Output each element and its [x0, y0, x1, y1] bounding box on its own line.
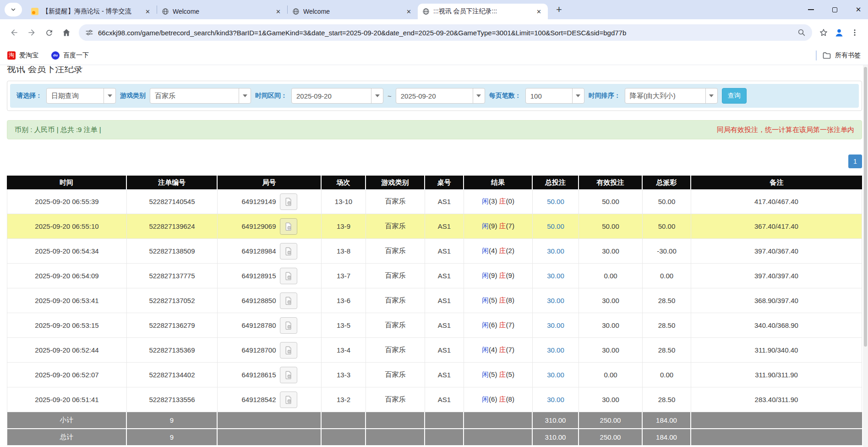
cell-note: 283.40/311.90 — [691, 387, 862, 412]
cell-round-id: 649128780 — [218, 313, 322, 338]
game-kind-select[interactable]: 百家乐 — [150, 88, 251, 104]
banker-label: 庄 — [499, 247, 506, 254]
video-replay-button[interactable] — [280, 292, 297, 309]
chevron-down-icon[interactable] — [473, 88, 485, 103]
tab-welcome-2[interactable]: Welcome ✕ — [288, 4, 418, 19]
close-icon[interactable]: ✕ — [535, 7, 543, 16]
chevron-down-icon[interactable] — [371, 88, 383, 103]
search-button[interactable]: 查询 — [722, 88, 747, 104]
page-content: 视讯 会员下注纪录 请选择： 日期查询 游戏类别 百家乐 时间区间： 2025-… — [0, 66, 868, 446]
cell-table-no: AS1 — [425, 189, 464, 214]
back-button[interactable] — [5, 24, 23, 41]
cell-time: 2025-09-20 06:53:15 — [7, 313, 127, 338]
video-replay-button[interactable] — [280, 342, 297, 359]
window-maximize-button[interactable] — [829, 4, 841, 16]
footer-label: 总计 — [7, 429, 127, 446]
player-label: 闲 — [482, 197, 489, 205]
footer-valid-bet: 250.00 — [579, 412, 643, 429]
banker-score: (9) — [506, 271, 514, 279]
forward-button[interactable] — [23, 24, 40, 41]
chevron-down-icon[interactable] — [572, 88, 584, 103]
site-settings-icon[interactable] — [85, 28, 93, 37]
tab-title: 【新提醒】海燕论坛 - 博学交流 — [42, 7, 140, 16]
pagination-page-1[interactable]: 1 — [848, 155, 862, 168]
bookmarks-divider — [816, 50, 817, 61]
footer-empty — [322, 429, 366, 446]
cell-note: 311.90/311.90 — [691, 363, 862, 387]
page-title: 视讯 会员下注纪录 — [7, 66, 862, 75]
total-bet-link[interactable]: 30.00 — [547, 297, 564, 304]
cell-note: 368.90/397.40 — [691, 288, 862, 313]
banker-label: 庄 — [499, 395, 506, 403]
tab-bet-records-active[interactable]: :::视讯 会员下注纪录::: ✕ — [418, 4, 548, 19]
footer-payout: 184.00 — [643, 429, 691, 446]
tab-forum[interactable]: 【新提醒】海燕论坛 - 博学交流 ✕ — [27, 4, 157, 19]
chevron-down-icon[interactable] — [705, 88, 717, 103]
scrollbar-thumb[interactable] — [864, 67, 867, 347]
total-bet-link[interactable]: 50.00 — [547, 198, 564, 205]
chevron-down-icon[interactable] — [239, 88, 251, 103]
window-close-button[interactable]: ✕ — [852, 4, 864, 16]
query-type-select[interactable]: 日期查询 — [46, 88, 116, 104]
page-scrollbar[interactable] — [863, 65, 868, 447]
col-bet-id: 注单编号 — [127, 176, 218, 189]
cell-total-bet: 30.00 — [533, 264, 579, 288]
total-bet-link[interactable]: 50.00 — [547, 222, 564, 230]
cell-result: 闲(4) 庄(7) — [464, 338, 533, 363]
total-bet-link[interactable]: 30.00 — [547, 272, 564, 280]
cell-note: 367.40/417.40 — [691, 214, 862, 239]
page-size-select[interactable]: 100 — [525, 88, 584, 104]
video-replay-button[interactable] — [280, 218, 297, 235]
chevron-down-icon[interactable] — [104, 88, 115, 103]
cell-time: 2025-09-20 06:51:41 — [7, 387, 127, 412]
footer-payout: 184.00 — [643, 412, 691, 429]
game-kind-value: 百家乐 — [150, 92, 239, 100]
window-minimize-button[interactable] — [805, 4, 817, 16]
total-bet-link[interactable]: 30.00 — [547, 247, 564, 255]
video-replay-button[interactable] — [280, 392, 297, 408]
url-bar[interactable]: 66cxkj98.com/game/betrecord_search/kind3… — [79, 24, 812, 41]
url-text[interactable]: 66cxkj98.com/game/betrecord_search/kind3… — [98, 29, 793, 37]
close-icon[interactable]: ✕ — [143, 7, 152, 16]
player-score: (3) — [489, 197, 497, 205]
browser-menu-button[interactable] — [847, 25, 863, 40]
video-replay-button[interactable] — [280, 268, 297, 284]
zoom-icon[interactable] — [797, 28, 806, 37]
cell-round-id: 649129149 — [218, 189, 322, 214]
home-button[interactable] — [58, 24, 75, 41]
round-id-text: 649128850 — [241, 297, 276, 304]
profile-avatar-button[interactable] — [831, 25, 847, 40]
cell-valid-bet: 30.00 — [579, 288, 643, 313]
video-replay-button[interactable] — [280, 193, 297, 210]
video-replay-button[interactable] — [280, 317, 297, 334]
footer-empty — [425, 429, 464, 446]
player-label: 闲 — [482, 370, 489, 378]
bookmark-baidu[interactable]: du 百度一下 — [51, 51, 89, 60]
all-bookmarks-label: 所有书签 — [835, 51, 861, 60]
close-icon[interactable]: ✕ — [404, 7, 413, 16]
cell-table-no: AS1 — [425, 288, 464, 313]
bookmark-taobao[interactable]: 淘 爱淘宝 — [7, 51, 38, 60]
bookmark-star-button[interactable] — [816, 25, 831, 40]
cell-time: 2025-09-20 06:52:07 — [7, 363, 127, 387]
new-tab-button[interactable]: + — [553, 4, 565, 16]
total-bet-link[interactable]: 30.00 — [547, 346, 564, 354]
tab-search-button[interactable] — [5, 3, 22, 17]
close-icon[interactable]: ✕ — [274, 7, 283, 16]
video-replay-button[interactable] — [280, 367, 297, 383]
date-end-select[interactable]: 2025-09-20 — [396, 88, 485, 104]
tab-welcome-1[interactable]: Welcome ✕ — [157, 4, 287, 19]
video-replay-button[interactable] — [280, 243, 297, 259]
total-bet-link[interactable]: 30.00 — [547, 396, 564, 403]
footer-empty — [366, 412, 425, 429]
date-start-select[interactable]: 2025-09-20 — [291, 88, 383, 104]
all-bookmarks-button[interactable]: 所有书签 — [822, 51, 861, 60]
cell-result: 闲(6) 庄(7) — [464, 313, 533, 338]
reload-button[interactable] — [40, 24, 58, 41]
total-bet-link[interactable]: 30.00 — [547, 321, 564, 329]
globe-icon — [292, 8, 300, 15]
total-bet-link[interactable]: 30.00 — [547, 371, 564, 379]
globe-icon — [422, 8, 430, 15]
cell-note: 340.40/368.90 — [691, 313, 862, 338]
sort-select[interactable]: 降幂(由大到小) — [625, 88, 718, 104]
